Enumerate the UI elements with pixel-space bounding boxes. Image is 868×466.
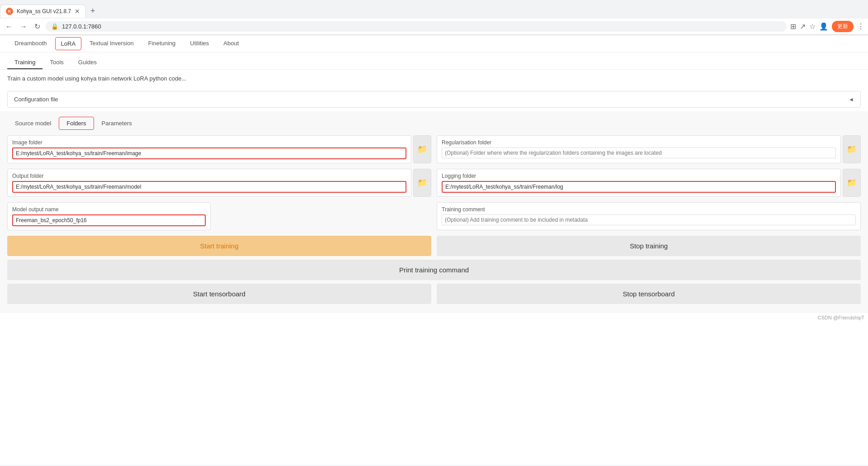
logging-folder-label: Logging folder — [442, 173, 836, 179]
image-folder-input[interactable] — [12, 147, 406, 159]
app-content: Dreambooth LoRA Textual Inversion Finetu… — [0, 35, 868, 465]
section-tab-parameters[interactable]: Parameters — [94, 117, 140, 130]
training-comment-input[interactable] — [442, 214, 856, 225]
regularisation-folder-wrapper: Regularisation folder — [437, 135, 841, 163]
update-button[interactable]: 更新 — [832, 21, 854, 32]
section-tab-source-model[interactable]: Source model — [7, 117, 59, 130]
nav-finetuning[interactable]: Finetuning — [141, 35, 183, 52]
tab-title: Kohya_ss GUI v21.8.7 — [17, 8, 71, 14]
back-button[interactable]: ← — [4, 21, 14, 33]
output-folder-input[interactable] — [12, 181, 406, 193]
nav-utilities[interactable]: Utilities — [183, 35, 216, 52]
section-tab-folders[interactable]: Folders — [59, 117, 94, 130]
close-tab-icon[interactable]: ✕ — [75, 8, 80, 15]
model-output-name-input[interactable] — [12, 214, 206, 226]
lock-icon: 🔒 — [51, 23, 58, 30]
forward-button[interactable]: → — [18, 21, 29, 33]
config-arrow-icon: ◄ — [849, 96, 854, 103]
nav-textual-inversion[interactable]: Textual Inversion — [82, 35, 141, 52]
image-folder-label: Image folder — [12, 139, 406, 146]
start-training-button[interactable]: Start training — [7, 236, 431, 256]
folder-row-1: Image folder 📁 Regularisation folder 📁 — [7, 135, 861, 163]
folder-icon-3: 📁 — [417, 178, 427, 188]
regularisation-folder-label: Regularisation folder — [442, 139, 836, 146]
model-output-name-label: Model output name — [12, 206, 206, 213]
nav-dreambooth[interactable]: Dreambooth — [7, 35, 54, 52]
regularisation-folder-input[interactable] — [442, 147, 836, 158]
folder-icon: 📁 — [417, 144, 427, 154]
nav-lora[interactable]: LoRA — [55, 37, 82, 50]
training-comment-label: Training comment — [442, 206, 856, 213]
regularisation-folder-browse-button[interactable]: 📁 — [843, 135, 861, 163]
output-folder-wrapper: Output folder — [7, 169, 411, 197]
logging-folder-input[interactable] — [442, 181, 836, 193]
url-text: 127.0.0.1:7860 — [62, 23, 101, 30]
top-nav: Dreambooth LoRA Textual Inversion Finetu… — [0, 35, 868, 52]
sub-tab-training[interactable]: Training — [7, 56, 42, 69]
tensorboard-action-row: Start tensorboard Stop tensorboard — [7, 284, 861, 304]
image-folder-browse-button[interactable]: 📁 — [413, 135, 431, 163]
stop-tensorboard-button[interactable]: Stop tensorboard — [437, 284, 861, 304]
tab-bar: K Kohya_ss GUI v21.8.7 ✕ + — [0, 0, 868, 19]
config-section: Configuration file ◄ — [7, 91, 861, 108]
sub-tabs: Training Tools Guides — [0, 52, 868, 70]
logging-folder-browse-button[interactable]: 📁 — [843, 169, 861, 197]
address-bar[interactable]: 🔒 127.0.0.1:7860 — [46, 21, 787, 32]
nav-about[interactable]: About — [216, 35, 246, 52]
refresh-button[interactable]: ↻ — [33, 20, 42, 33]
toolbar-icons: ⊞ ↗ ☆ 👤 更新 ⋮ — [790, 21, 864, 32]
favicon-icon: K — [6, 8, 13, 15]
config-header[interactable]: Configuration file ◄ — [8, 91, 860, 107]
profile-icon[interactable]: 👤 — [819, 22, 828, 31]
share-icon[interactable]: ↗ — [800, 22, 806, 31]
output-folder-browse-button[interactable]: 📁 — [413, 169, 431, 197]
model-output-name-wrapper: Model output name — [7, 202, 211, 230]
sub-tab-guides[interactable]: Guides — [71, 56, 104, 69]
folder-icon-4: 📁 — [847, 178, 857, 188]
folder-row-3: Model output name Training comment — [7, 202, 861, 230]
content-area: Source model Folders Parameters Image fo… — [0, 111, 868, 313]
menu-icon[interactable]: ⋮ — [857, 22, 864, 31]
stop-training-button[interactable]: Stop training — [437, 236, 861, 256]
image-folder-wrapper: Image folder — [7, 135, 411, 163]
browser-tab: K Kohya_ss GUI v21.8.7 ✕ — [0, 5, 86, 18]
bookmark-icon[interactable]: ☆ — [809, 22, 816, 31]
translate-icon[interactable]: ⊞ — [790, 22, 796, 31]
start-tensorboard-button[interactable]: Start tensorboard — [7, 284, 431, 304]
browser-chrome: K Kohya_ss GUI v21.8.7 ✕ + ← → ↻ 🔒 127.0… — [0, 0, 868, 35]
folder-row-2: Output folder 📁 Logging folder 📁 — [7, 169, 861, 197]
training-comment-wrapper: Training comment — [437, 202, 861, 230]
training-action-row: Start training Stop training — [7, 236, 861, 256]
new-tab-button[interactable]: + — [86, 4, 100, 19]
description-text: Train a custom model using kohya train n… — [0, 70, 868, 87]
section-tabs: Source model Folders Parameters — [7, 117, 861, 130]
address-bar-row: ← → ↻ 🔒 127.0.0.1:7860 ⊞ ↗ ☆ 👤 更新 ⋮ — [0, 19, 868, 35]
config-label: Configuration file — [14, 96, 58, 103]
folder-icon-2: 📁 — [847, 144, 857, 154]
print-training-button[interactable]: Print training command — [7, 260, 861, 280]
sub-tab-tools[interactable]: Tools — [42, 56, 71, 69]
logging-folder-wrapper: Logging folder — [437, 169, 841, 197]
output-folder-label: Output folder — [12, 173, 406, 179]
footer-note: CSDN @FriendshipT — [0, 313, 868, 322]
